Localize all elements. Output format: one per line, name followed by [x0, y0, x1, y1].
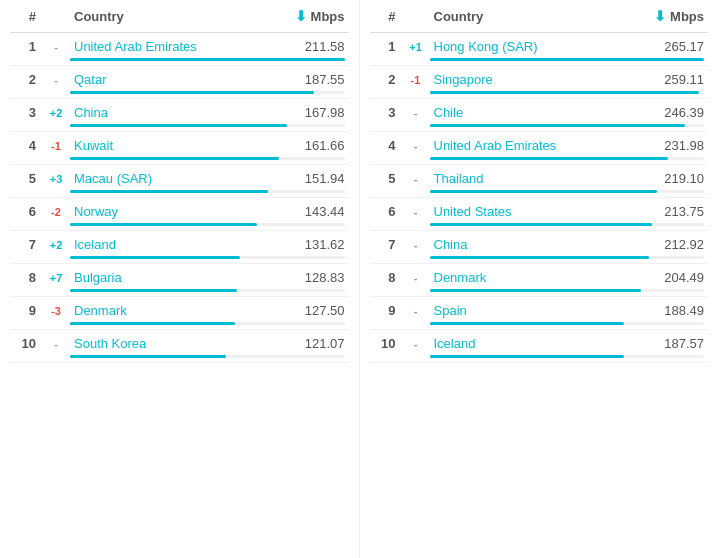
change-value: -	[42, 41, 70, 53]
mbps-value: 121.07	[275, 336, 345, 351]
speed-bar	[430, 190, 658, 193]
country-name[interactable]: United Arab Emirates	[430, 138, 635, 153]
change-value: +7	[42, 272, 70, 284]
table-row: 6 -2 Norway 143.44	[10, 198, 349, 231]
rank-value: 9	[374, 303, 396, 318]
rank-value: 4	[14, 138, 36, 153]
change-value: -	[402, 107, 430, 119]
table-row: 9 -3 Denmark 127.50	[10, 297, 349, 330]
rank-value: 1	[374, 39, 396, 54]
rank-value: 4	[374, 138, 396, 153]
rank-value: 8	[374, 270, 396, 285]
table-row: 3 - Chile 246.39	[370, 99, 709, 132]
bar-container	[430, 289, 705, 292]
mbps-value: 151.94	[275, 171, 345, 186]
country-name[interactable]: Qatar	[70, 72, 275, 87]
bar-container	[430, 157, 705, 160]
country-name[interactable]: United Arab Emirates	[70, 39, 275, 54]
country-name[interactable]: Hong Kong (SAR)	[430, 39, 635, 54]
country-name[interactable]: Iceland	[70, 237, 275, 252]
bar-container	[70, 223, 345, 226]
speed-bar	[70, 355, 226, 358]
country-name[interactable]: China	[70, 105, 275, 120]
bar-container	[430, 58, 705, 61]
header-rank: #	[14, 9, 36, 24]
rank-value: 2	[14, 72, 36, 87]
speed-bar	[70, 124, 287, 127]
table-header: # Country ⬇ Mbps	[10, 0, 349, 33]
country-name[interactable]: Denmark	[70, 303, 275, 318]
country-name[interactable]: Denmark	[430, 270, 635, 285]
mbps-value: 188.49	[634, 303, 704, 318]
speed-bar	[430, 58, 705, 61]
table-row: 8 +7 Bulgaria 128.83	[10, 264, 349, 297]
rank-value: 7	[374, 237, 396, 252]
speed-bar	[430, 124, 685, 127]
bar-container	[430, 223, 705, 226]
bar-container	[430, 91, 705, 94]
rank-value: 6	[14, 204, 36, 219]
speed-bar	[70, 58, 345, 61]
speed-bar	[430, 322, 625, 325]
table-row: 7 +2 Iceland 131.62	[10, 231, 349, 264]
bar-container	[70, 91, 345, 94]
speed-bar	[430, 223, 652, 226]
speed-bar	[70, 91, 314, 94]
mbps-value: 187.57	[634, 336, 704, 351]
rank-value: 9	[14, 303, 36, 318]
rank-value: 6	[374, 204, 396, 219]
download-icon: ⬇	[654, 8, 666, 24]
country-name[interactable]: Bulgaria	[70, 270, 275, 285]
table-row: 1 +1 Hong Kong (SAR) 265.17	[370, 33, 709, 66]
change-value: +3	[42, 173, 70, 185]
speed-bar	[430, 157, 669, 160]
country-name[interactable]: South Korea	[70, 336, 275, 351]
country-name[interactable]: United States	[430, 204, 635, 219]
country-name[interactable]: Chile	[430, 105, 635, 120]
country-name[interactable]: Norway	[70, 204, 275, 219]
header-mbps: ⬇ Mbps	[634, 8, 704, 24]
change-value: -	[402, 140, 430, 152]
rank-value: 5	[374, 171, 396, 186]
country-name[interactable]: Iceland	[430, 336, 635, 351]
table-row: 2 - Qatar 187.55	[10, 66, 349, 99]
main-container: # Country ⬇ Mbps 1 - United Arab Emirate…	[0, 0, 718, 558]
table-row: 8 - Denmark 204.49	[370, 264, 709, 297]
change-value: -	[402, 338, 430, 350]
mbps-value: 204.49	[634, 270, 704, 285]
bar-container	[70, 355, 345, 358]
country-name[interactable]: Macau (SAR)	[70, 171, 275, 186]
change-value: -	[402, 239, 430, 251]
speed-bar	[70, 223, 257, 226]
speed-bar	[70, 190, 268, 193]
rank-value: 10	[14, 336, 36, 351]
change-value: -	[402, 173, 430, 185]
change-value: -	[42, 74, 70, 86]
table-row: 10 - Iceland 187.57	[370, 330, 709, 363]
country-name[interactable]: Spain	[430, 303, 635, 318]
country-name[interactable]: China	[430, 237, 635, 252]
mbps-value: 212.92	[634, 237, 704, 252]
speed-bar	[430, 91, 699, 94]
rank-value: 2	[374, 72, 396, 87]
bar-container	[430, 124, 705, 127]
mbps-value: 213.75	[634, 204, 704, 219]
table-row: 4 - United Arab Emirates 231.98	[370, 132, 709, 165]
change-value: -	[42, 338, 70, 350]
rank-value: 7	[14, 237, 36, 252]
mbps-value: 143.44	[275, 204, 345, 219]
table-row: 2 -1 Singapore 259.11	[370, 66, 709, 99]
header-country: Country	[430, 9, 635, 24]
country-name[interactable]: Singapore	[430, 72, 635, 87]
speed-bar	[70, 256, 240, 259]
country-name[interactable]: Thailand	[430, 171, 635, 186]
country-name[interactable]: Kuwait	[70, 138, 275, 153]
table-row: 10 - South Korea 121.07	[10, 330, 349, 363]
change-value: -	[402, 206, 430, 218]
table-row: 6 - United States 213.75	[370, 198, 709, 231]
mbps-value: 167.98	[275, 105, 345, 120]
change-value: -3	[42, 305, 70, 317]
change-value: +1	[402, 41, 430, 53]
rank-value: 1	[14, 39, 36, 54]
table-row: 9 - Spain 188.49	[370, 297, 709, 330]
